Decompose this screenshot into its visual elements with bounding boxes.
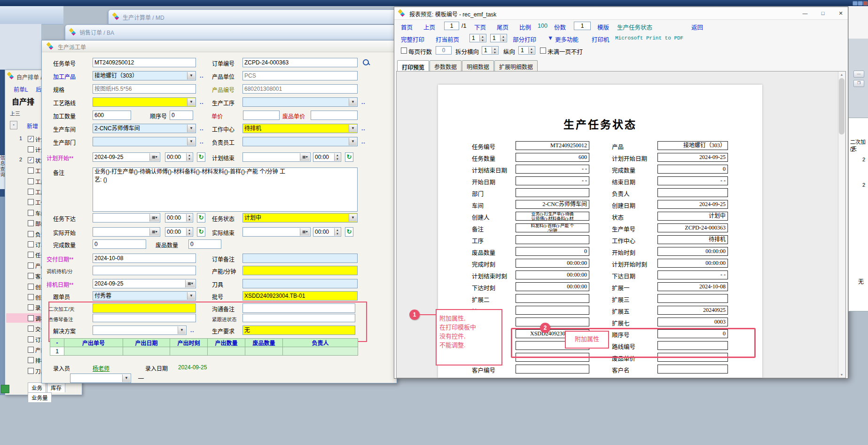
output-col-header[interactable]: 产出时刻 <box>170 339 208 347</box>
checkbox-icon[interactable] <box>28 347 34 353</box>
split-h-spin[interactable]: 1▲▼ <box>482 46 499 55</box>
special-remark-field[interactable] <box>93 314 196 322</box>
checkbox-icon[interactable] <box>28 189 34 195</box>
price-field[interactable] <box>243 111 280 120</box>
output-cell[interactable] <box>170 347 208 356</box>
spinner-icon[interactable]: ▲▼ <box>528 47 534 54</box>
bottom-tab-业务[interactable]: 业务 <box>28 382 46 392</box>
comm-remark-field[interactable] <box>242 303 355 313</box>
product-lookup-dots[interactable]: .. <box>200 72 204 79</box>
scale-label[interactable]: 比例 <box>519 23 531 32</box>
range-to-spin[interactable]: 1▲▼ <box>490 34 507 42</box>
output-col-header[interactable]: 产出数量 <box>208 339 245 347</box>
checkbox-icon[interactable] <box>28 368 34 374</box>
spec-field[interactable]: 按图纸H5.5*56 <box>93 84 196 94</box>
checkbox-icon[interactable] <box>28 199 34 205</box>
refresh-icon[interactable]: ↻ <box>197 227 205 237</box>
calendar-icon[interactable]: ▦▾ <box>300 228 310 236</box>
skip-partial-checkbox[interactable] <box>540 48 546 54</box>
chevron-down-icon[interactable]: ▼ <box>349 98 357 106</box>
calendar-icon[interactable]: ▦▾ <box>185 280 195 287</box>
actual-start-time[interactable]: 00:00▲▼ <box>165 227 193 237</box>
checkbox-icon[interactable] <box>28 241 34 247</box>
scroll-up-icon[interactable]: ▲ <box>838 72 845 78</box>
spinner-icon[interactable]: ▲▼ <box>479 35 485 41</box>
output-col-header[interactable]: 废品数量 <box>245 339 283 347</box>
checkbox-icon[interactable] <box>28 210 34 216</box>
dept-combo[interactable]: ▼ <box>93 137 196 146</box>
first-page-link[interactable]: 首页 <box>401 23 413 32</box>
product-unit-field[interactable]: PCS <box>242 71 358 80</box>
output-cell[interactable] <box>208 347 245 356</box>
chevron-down-icon[interactable]: ▼ <box>349 125 357 132</box>
scrap-qty-field[interactable]: 0 <box>188 239 221 249</box>
product-no-field[interactable]: 680201308001 <box>242 84 358 94</box>
qty-field[interactable]: 600 <box>93 111 131 120</box>
output-cell[interactable] <box>283 347 358 356</box>
plan-end-date[interactable]: ▦▾ <box>242 152 311 162</box>
actual-end-time[interactable]: 00:00▲▼ <box>313 227 341 237</box>
delivery-field[interactable]: 2024-10-08 <box>93 254 196 263</box>
checkbox-icon[interactable] <box>28 273 34 279</box>
done-qty-field[interactable]: 0 <box>93 239 146 249</box>
actual-end-date[interactable]: ▦▾ <box>242 227 311 237</box>
spinner-icon[interactable]: ▲▼ <box>334 153 340 161</box>
chevron-down-icon[interactable]: ▼ <box>187 72 195 79</box>
calendar-icon[interactable]: ▦▾ <box>149 153 159 161</box>
spinner-icon[interactable]: ▲▼ <box>492 47 498 54</box>
batch-field[interactable]: XSDD240923004.TB-01 <box>242 291 358 301</box>
require-field[interactable]: 无 <box>242 326 355 335</box>
main-close-button[interactable] <box>863 1 868 6</box>
checkbox-icon[interactable]: ✓ <box>28 136 34 142</box>
back-link[interactable]: 返回 <box>691 23 703 32</box>
output-col-header[interactable]: - <box>50 339 64 347</box>
main-maximize-button[interactable] <box>858 1 863 6</box>
spinner-icon[interactable]: ▲▼ <box>186 153 192 161</box>
printer-link[interactable]: 打印机 <box>592 35 610 44</box>
checkbox-icon[interactable] <box>28 304 34 310</box>
checkbox-icon[interactable] <box>28 146 34 152</box>
main-minimize-button[interactable] <box>852 1 858 6</box>
process-lookup-dots[interactable]: .. <box>361 99 366 105</box>
route-combo[interactable]: ▼ <box>93 97 196 107</box>
tool-field[interactable] <box>242 279 358 288</box>
checkbox-icon[interactable] <box>28 231 34 237</box>
calendar-icon[interactable]: ▦▾ <box>149 214 159 222</box>
minimize-icon[interactable]: — <box>853 71 864 78</box>
chevron-down-icon[interactable]: ▼ <box>349 214 357 222</box>
actual-start-date[interactable]: ▦▾ <box>93 227 160 237</box>
schedule-date[interactable]: 2024-09-25▦▾ <box>93 279 196 288</box>
calendar-icon[interactable]: ▦▾ <box>149 228 159 236</box>
checkbox-icon[interactable]: ✓ <box>28 157 34 163</box>
process-combo[interactable]: ▼ <box>242 97 358 107</box>
task-status-combo[interactable]: 计划中▼ <box>242 213 358 222</box>
refresh-icon[interactable]: ↻ <box>345 152 353 162</box>
solution-lookup-dots[interactable]: .. <box>190 327 195 334</box>
plan-start-time[interactable]: 00:00▲▼ <box>165 152 193 162</box>
release-time[interactable]: 00:00▲▼ <box>165 213 193 222</box>
output-cell[interactable] <box>245 347 283 356</box>
print-full-link[interactable]: 完整打印 <box>401 35 424 44</box>
solution-combo[interactable]: ▼ <box>93 326 187 335</box>
more-functions-link[interactable]: 更多功能 <box>555 35 579 44</box>
chevron-down-icon[interactable]: ▼ <box>187 98 195 106</box>
checkbox-icon[interactable] <box>28 336 34 342</box>
checkbox-icon[interactable] <box>28 178 34 184</box>
workcenter-lookup-dots[interactable]: .. <box>361 125 366 132</box>
print-current-link[interactable]: 打当前页 <box>436 35 459 44</box>
chevron-down-icon[interactable]: ▼ <box>349 138 357 145</box>
minimize-icon[interactable]: — <box>798 8 812 18</box>
calendar-icon[interactable]: ▦▾ <box>300 153 310 161</box>
split-v-spin[interactable]: 1▲▼ <box>518 46 535 55</box>
maximize-icon[interactable]: ❐ <box>853 80 864 87</box>
checkbox-icon[interactable] <box>28 357 34 363</box>
workshop-combo[interactable]: 2-CNC苏师傅车间▼ <box>93 124 196 133</box>
page-number-input[interactable]: 1 <box>444 22 459 30</box>
spinner-icon[interactable]: ▲▼ <box>500 35 506 41</box>
range-from-spin[interactable]: 1▲▼ <box>469 34 486 42</box>
route-lookup-dots[interactable]: .. <box>200 99 204 105</box>
refresh-icon[interactable]: ↻ <box>197 152 205 162</box>
plan-start-date[interactable]: 2024-09-25▦▾ <box>93 152 160 162</box>
chevron-down-icon[interactable]: ▼ <box>187 125 195 132</box>
table-row[interactable]: 1 <box>50 347 358 356</box>
